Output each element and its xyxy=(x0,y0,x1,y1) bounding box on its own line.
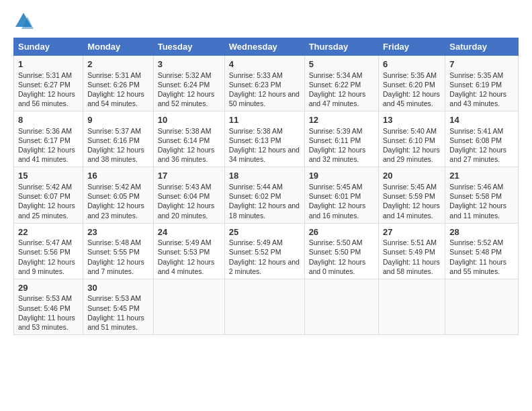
day-number: 3 xyxy=(158,58,220,71)
calendar-cell: 1 Sunrise: 5:31 AM Sunset: 6:27 PM Dayli… xyxy=(14,56,83,111)
day-number: 8 xyxy=(18,114,79,126)
cell-daylight: Daylight: 12 hours and 43 minutes. xyxy=(449,89,514,108)
cell-sunset: Sunset: 5:52 PM xyxy=(229,247,300,257)
calendar-cell: 15 Sunrise: 5:42 AM Sunset: 6:07 PM Dayl… xyxy=(14,167,83,223)
header-day: Tuesday xyxy=(153,38,224,56)
cell-daylight: Daylight: 12 hours and 9 minutes. xyxy=(18,257,79,276)
cell-sunrise: Sunrise: 5:48 AM xyxy=(87,238,149,247)
cell-sunset: Sunset: 6:24 PM xyxy=(158,80,220,89)
logo-icon xyxy=(13,11,34,31)
cell-daylight: Daylight: 12 hours and 32 minutes. xyxy=(309,145,374,164)
cell-sunset: Sunset: 5:59 PM xyxy=(383,191,441,201)
calendar-cell: 23 Sunrise: 5:48 AM Sunset: 5:55 PM Dayl… xyxy=(83,223,154,279)
cell-daylight: Daylight: 12 hours and 54 minutes. xyxy=(87,89,149,108)
cell-sunrise: Sunrise: 5:32 AM xyxy=(158,71,220,80)
day-number: 11 xyxy=(229,114,300,126)
cell-sunset: Sunset: 5:53 PM xyxy=(158,247,220,257)
day-number: 22 xyxy=(18,226,79,238)
calendar-cell: 4 Sunrise: 5:33 AM Sunset: 6:23 PM Dayli… xyxy=(224,56,304,111)
cell-sunset: Sunset: 6:13 PM xyxy=(229,136,300,145)
cell-sunrise: Sunrise: 5:35 AM xyxy=(383,71,441,80)
cell-sunrise: Sunrise: 5:31 AM xyxy=(18,71,79,80)
cell-daylight: Daylight: 12 hours and 2 minutes. xyxy=(229,257,300,276)
cell-sunset: Sunset: 6:01 PM xyxy=(309,191,374,201)
day-number: 13 xyxy=(383,114,441,126)
cell-sunset: Sunset: 6:07 PM xyxy=(18,191,79,201)
cell-sunrise: Sunrise: 5:45 AM xyxy=(383,182,441,191)
cell-daylight: Daylight: 12 hours and 23 minutes. xyxy=(87,201,149,220)
day-number: 4 xyxy=(229,58,300,71)
calendar-cell xyxy=(445,279,519,334)
cell-sunset: Sunset: 5:46 PM xyxy=(18,304,79,313)
page: SundayMondayTuesdayWednesdayThursdayFrid… xyxy=(0,0,532,342)
cell-sunset: Sunset: 5:45 PM xyxy=(87,304,149,313)
day-number: 26 xyxy=(309,226,374,238)
calendar-cell xyxy=(153,279,224,334)
day-number: 16 xyxy=(87,170,149,182)
calendar-cell xyxy=(224,279,304,334)
cell-sunrise: Sunrise: 5:53 AM xyxy=(87,293,149,303)
week-row: 8 Sunrise: 5:36 AM Sunset: 6:17 PM Dayli… xyxy=(14,111,519,167)
day-number: 30 xyxy=(87,282,149,294)
day-number: 1 xyxy=(18,58,79,71)
calendar-cell: 25 Sunrise: 5:49 AM Sunset: 5:52 PM Dayl… xyxy=(224,223,304,279)
day-number: 17 xyxy=(158,170,220,182)
header xyxy=(13,11,519,31)
cell-sunset: Sunset: 6:02 PM xyxy=(229,191,300,201)
day-number: 14 xyxy=(449,114,514,126)
cell-sunrise: Sunrise: 5:39 AM xyxy=(309,126,374,136)
cell-sunrise: Sunrise: 5:37 AM xyxy=(87,126,149,136)
cell-sunrise: Sunrise: 5:47 AM xyxy=(18,238,79,247)
cell-sunset: Sunset: 5:49 PM xyxy=(383,247,441,257)
cell-sunset: Sunset: 5:55 PM xyxy=(87,247,149,257)
day-number: 7 xyxy=(449,58,514,71)
day-number: 25 xyxy=(229,226,300,238)
logo xyxy=(13,11,36,31)
header-day: Saturday xyxy=(445,38,519,56)
cell-daylight: Daylight: 12 hours and 18 minutes. xyxy=(229,201,300,220)
calendar-cell: 6 Sunrise: 5:35 AM Sunset: 6:20 PM Dayli… xyxy=(379,56,445,111)
calendar-cell: 11 Sunrise: 5:38 AM Sunset: 6:13 PM Dayl… xyxy=(224,111,304,167)
calendar-header: SundayMondayTuesdayWednesdayThursdayFrid… xyxy=(14,38,519,56)
cell-sunrise: Sunrise: 5:51 AM xyxy=(383,238,441,247)
calendar-cell: 28 Sunrise: 5:52 AM Sunset: 5:48 PM Dayl… xyxy=(445,223,519,279)
cell-sunset: Sunset: 5:50 PM xyxy=(309,247,374,257)
calendar-cell: 16 Sunrise: 5:42 AM Sunset: 6:05 PM Dayl… xyxy=(83,167,154,223)
cell-daylight: Daylight: 12 hours and 20 minutes. xyxy=(158,201,220,220)
calendar-cell: 14 Sunrise: 5:41 AM Sunset: 6:08 PM Dayl… xyxy=(445,111,519,167)
cell-sunset: Sunset: 6:20 PM xyxy=(383,80,441,89)
cell-sunrise: Sunrise: 5:42 AM xyxy=(18,182,79,191)
header-day: Sunday xyxy=(14,38,83,56)
day-number: 24 xyxy=(158,226,220,238)
cell-daylight: Daylight: 11 hours and 53 minutes. xyxy=(18,313,79,332)
calendar-cell: 5 Sunrise: 5:34 AM Sunset: 6:22 PM Dayli… xyxy=(304,56,378,111)
calendar-cell: 9 Sunrise: 5:37 AM Sunset: 6:16 PM Dayli… xyxy=(83,111,154,167)
cell-sunrise: Sunrise: 5:33 AM xyxy=(229,71,300,80)
day-number: 18 xyxy=(229,170,300,182)
calendar-cell: 24 Sunrise: 5:49 AM Sunset: 5:53 PM Dayl… xyxy=(153,223,224,279)
day-number: 2 xyxy=(87,58,149,71)
header-day: Friday xyxy=(379,38,445,56)
cell-sunrise: Sunrise: 5:53 AM xyxy=(18,293,79,303)
calendar-cell: 8 Sunrise: 5:36 AM Sunset: 6:17 PM Dayli… xyxy=(14,111,83,167)
cell-sunset: Sunset: 5:56 PM xyxy=(18,247,79,257)
cell-daylight: Daylight: 12 hours and 16 minutes. xyxy=(309,201,374,220)
calendar-cell: 27 Sunrise: 5:51 AM Sunset: 5:49 PM Dayl… xyxy=(379,223,445,279)
day-number: 19 xyxy=(309,170,374,182)
calendar-cell: 26 Sunrise: 5:50 AM Sunset: 5:50 PM Dayl… xyxy=(304,223,378,279)
cell-sunrise: Sunrise: 5:38 AM xyxy=(158,126,220,136)
cell-daylight: Daylight: 12 hours and 4 minutes. xyxy=(158,257,220,276)
header-day: Monday xyxy=(83,38,154,56)
calendar-cell: 12 Sunrise: 5:39 AM Sunset: 6:11 PM Dayl… xyxy=(304,111,378,167)
cell-sunset: Sunset: 6:17 PM xyxy=(18,136,79,145)
cell-daylight: Daylight: 12 hours and 50 minutes. xyxy=(229,89,300,108)
cell-daylight: Daylight: 12 hours and 11 minutes. xyxy=(449,201,514,220)
cell-daylight: Daylight: 12 hours and 29 minutes. xyxy=(383,145,441,164)
cell-daylight: Daylight: 11 hours and 55 minutes. xyxy=(449,257,514,276)
day-number: 21 xyxy=(449,170,514,182)
day-number: 12 xyxy=(309,114,374,126)
calendar-cell: 17 Sunrise: 5:43 AM Sunset: 6:04 PM Dayl… xyxy=(153,167,224,223)
day-number: 23 xyxy=(87,226,149,238)
cell-daylight: Daylight: 12 hours and 34 minutes. xyxy=(229,145,300,164)
day-number: 20 xyxy=(383,170,441,182)
